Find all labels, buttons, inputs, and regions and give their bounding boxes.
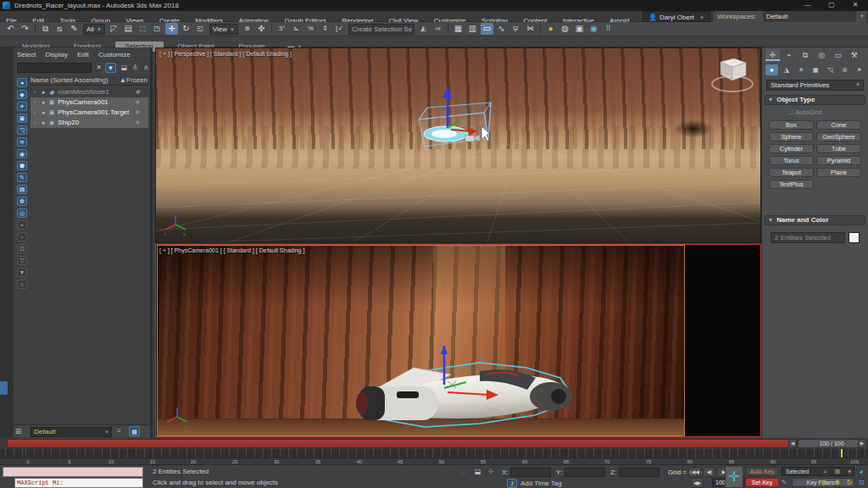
filter-icon[interactable]: ▼ [105, 63, 116, 73]
filter-helpers-icon[interactable]: ◹ [17, 125, 27, 135]
filter-geometry-icon[interactable]: ● [17, 78, 27, 87]
name-and-color-rollout-header[interactable]: ▾ Name and Color [765, 215, 865, 225]
filter-folder-icon[interactable]: ⌂ [17, 280, 27, 289]
y-coord-field[interactable] [565, 468, 605, 477]
clear-search-icon[interactable]: ✕ [93, 63, 104, 73]
shapes-category-icon[interactable]: ◮ [780, 64, 793, 75]
time-slider-track-autokey[interactable] [7, 439, 795, 448]
select-and-scale-icon[interactable]: ◱ [194, 23, 207, 35]
maxscript-listener-line[interactable]: MAXScript Mi: [14, 478, 143, 488]
maximize-viewport-toggle-icon[interactable]: ⊡ [856, 478, 866, 487]
grid-view-icon[interactable]: ⊞ [15, 427, 22, 435]
align-icon[interactable]: ⫤ [431, 23, 444, 35]
viewport-label[interactable]: [ + ] [ PhysCamera001 ] [ Standard ] [ D… [159, 247, 304, 253]
mirror-icon[interactable]: ◭ [417, 23, 430, 35]
textplus-button[interactable]: TextPlus [769, 180, 814, 189]
filter-layers-icon[interactable]: ▫ [17, 232, 27, 241]
zoom-all-icon[interactable]: ⊞ [832, 467, 843, 476]
filter-funnel-b-icon[interactable]: ▼ [17, 268, 27, 277]
select-and-move-icon[interactable]: ✛ [165, 23, 178, 35]
object-type-rollout-header[interactable]: ▾ Object Type [765, 95, 865, 105]
hierarchy-tab[interactable]: ⧉ [798, 49, 812, 61]
curve-editor-icon[interactable]: ∿ [495, 23, 508, 35]
filter-groups-icon[interactable]: ◉ [17, 149, 27, 158]
minimize-button[interactable]: — [798, 0, 817, 10]
zoom-icon[interactable]: ⌕ [820, 467, 830, 476]
zoom-region-icon[interactable]: ▷ [820, 478, 830, 487]
angle-snap-icon[interactable]: ⊾ [290, 23, 303, 35]
zoom-extents-icon[interactable]: ◔ [844, 467, 854, 476]
key-mode-toggle-icon[interactable]: ◀▶ [691, 478, 704, 488]
expand-arrow-icon[interactable]: ◦ [31, 97, 39, 108]
next-frame-arrow-icon[interactable]: ▶ [858, 439, 866, 448]
current-frame-marker[interactable] [841, 449, 843, 458]
visibility-eye-icon[interactable]: ● [39, 87, 47, 97]
expand-arrow-icon[interactable]: ◦ [31, 118, 39, 128]
cylinder-button[interactable]: Cylinder [769, 144, 814, 153]
perspective-viewport[interactable]: [ + ] [ Perspective ] [ Standard ] [ Def… [155, 47, 761, 243]
torus-button[interactable]: Torus [769, 156, 814, 165]
filter-frozen-icon[interactable]: ❆ [17, 197, 27, 206]
signin-account-button[interactable]: 👤Daryl Obert ▼ [643, 11, 710, 22]
set-key-filters-pencil-icon[interactable]: ✎ [782, 479, 787, 486]
systems-category-icon[interactable]: ⚭ [853, 64, 865, 75]
pan-icon[interactable]: ✥ [832, 478, 843, 487]
ship-selection-gizmo[interactable] [403, 86, 501, 162]
workspace-selector[interactable]: Workspaces: Default ▼ [714, 11, 866, 22]
create-tab[interactable]: ✛ [765, 49, 780, 61]
active-layer-dropdown[interactable]: Default▼ [31, 427, 112, 437]
layer-manager-icon[interactable]: ▦ [452, 23, 465, 35]
viewcube[interactable] [709, 52, 756, 96]
cone-button[interactable]: Cone [816, 120, 861, 130]
filter-xrefs-icon[interactable]: ⬟ [17, 161, 27, 170]
scene-explorer-toggle-icon[interactable]: ⋈ [524, 23, 537, 35]
modify-tab[interactable]: ⌁ [782, 49, 796, 61]
utilities-tab[interactable]: ⚒ [847, 49, 861, 61]
object-color-swatch[interactable] [849, 232, 860, 243]
orbit-icon[interactable]: ↻ [844, 478, 854, 487]
expand-arrow-icon[interactable]: ◦ [31, 108, 39, 118]
named-selection-sets-icon[interactable]: {✓ [333, 23, 346, 35]
explorer-menu-edit[interactable]: Edit [77, 51, 89, 58]
spacewarps-category-icon[interactable]: ≋ [838, 64, 851, 75]
frozen-toggle-icon[interactable]: ✱ [135, 87, 140, 97]
track-bar[interactable] [0, 449, 868, 458]
zoom-extents-all-icon[interactable]: ◕ [856, 467, 866, 476]
visibility-eye-icon[interactable]: ● [39, 108, 47, 118]
maximize-button[interactable]: ▢ [822, 0, 841, 10]
render-setup-icon[interactable]: ◍ [559, 23, 571, 35]
z-coord-field[interactable] [619, 468, 659, 477]
box-button[interactable]: Box [769, 120, 814, 130]
display-tab[interactable]: ▭ [831, 49, 845, 61]
filter-cameras-icon[interactable]: ▣ [17, 114, 27, 123]
geosphere-button[interactable]: GeoSphere [816, 132, 861, 141]
toggle-ribbon-icon[interactable]: ▭ [481, 23, 493, 35]
percent-snap-icon[interactable]: % [304, 23, 317, 35]
reference-coordinate-system-dropdown[interactable]: View▼ [209, 24, 238, 35]
frozen-toggle-icon[interactable]: ✱ [135, 97, 140, 108]
explorer-row-mainmeshnode[interactable]: ◦●◉ mainMeshNode1✱ [31, 87, 148, 97]
ship-model-selected[interactable] [353, 346, 573, 435]
teapot-button[interactable]: Teapot [769, 168, 814, 177]
lock-explorer-icon[interactable]: ⬓ [119, 63, 130, 73]
previous-frame-icon[interactable]: ◀| [703, 467, 715, 477]
auto-key-button[interactable]: Auto Key [745, 467, 779, 476]
time-slider-handle[interactable]: 100 / 100 [798, 439, 865, 448]
pyramid-button[interactable]: Pyramid [816, 156, 861, 165]
filter-sets-icon[interactable]: ⊡ [17, 244, 27, 253]
unlink-icon[interactable]: ⧅ [53, 23, 66, 35]
set-key-button[interactable]: Set Key [745, 478, 779, 487]
window-crossing-icon[interactable]: ◳ [151, 23, 164, 35]
render-production-icon[interactable]: ◉ [587, 23, 600, 35]
tube-button[interactable]: Tube [816, 144, 861, 153]
viewport-label[interactable]: [ + ] [ Perspective ] [ Standard ] [ Def… [159, 51, 292, 57]
explorer-menu-display[interactable]: Display [45, 51, 67, 58]
select-and-rotate-icon[interactable]: ↻ [180, 23, 192, 35]
explorer-row-physcamera001-target[interactable]: ◦●▣ PhysCamera001.Target✱ [31, 108, 148, 118]
collapse-hierarchy-icon[interactable]: ⫛ [141, 63, 152, 73]
filter-hidden-icon[interactable]: ◎ [17, 208, 27, 218]
rectangular-selection-region-icon[interactable]: ⬚ [136, 23, 149, 35]
previous-frame-arrow-icon[interactable]: ◀ [788, 439, 797, 448]
rendered-frame-window-icon[interactable]: ▣ [573, 23, 586, 35]
isolate-selection-icon[interactable]: ◌ [461, 468, 465, 476]
